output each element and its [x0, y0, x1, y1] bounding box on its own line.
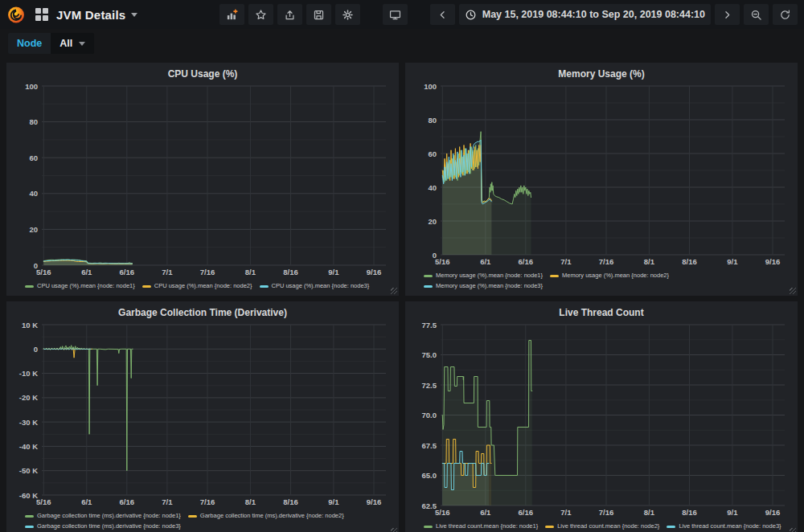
svg-text:20: 20 [428, 217, 437, 226]
legend-item[interactable]: Live thread count.mean {node: node1} [424, 522, 538, 531]
panel-title[interactable]: CPU Usage (%) [14, 66, 391, 81]
grafana-logo-icon[interactable] [6, 5, 26, 24]
svg-text:8/1: 8/1 [644, 257, 655, 266]
legend-item[interactable]: Memory usage (%).mean {node: node3} [424, 281, 543, 291]
svg-text:9/1: 9/1 [727, 257, 738, 266]
svg-text:6/1: 6/1 [81, 268, 92, 276]
panel-title[interactable]: Garbage Collection Time (Derivative) [14, 305, 391, 320]
legend-series-swatch [260, 285, 269, 288]
share-icon [284, 9, 296, 21]
panel-title[interactable]: Live Thread Count [413, 305, 790, 320]
panel-resize-handle[interactable] [790, 288, 796, 294]
legend-series-swatch [545, 526, 554, 528]
chevron-down-icon [131, 13, 137, 17]
cycle-view-button[interactable] [383, 4, 408, 25]
settings-button[interactable] [335, 4, 360, 25]
add-panel-button[interactable] [219, 4, 244, 25]
navbar-actions: May 15, 2019 08:44:10 to Sep 20, 2019 08… [219, 4, 798, 25]
legend-series-swatch [25, 285, 34, 288]
star-button[interactable] [248, 4, 273, 25]
legend-item[interactable]: Memory usage (%).mean {node: node1} [424, 271, 543, 280]
panel-memory-usage: Memory Usage (%) 0204060801005/166/16/16… [405, 63, 798, 296]
panel-title[interactable]: Memory Usage (%) [413, 66, 790, 81]
svg-text:6/16: 6/16 [120, 497, 135, 506]
legend-item[interactable]: CPU usage (%).mean {node: node3} [260, 281, 370, 291]
legend-item[interactable]: Memory usage (%).mean {node: node2} [550, 271, 669, 280]
dashboard-title-dropdown[interactable]: JVM Details [56, 8, 137, 22]
variable-node-dropdown[interactable]: Node All [8, 33, 94, 54]
zoom-out-button[interactable] [744, 4, 769, 25]
time-range-forward-button[interactable] [715, 4, 740, 25]
svg-text:-60 K: -60 K [19, 491, 38, 500]
legend-item[interactable]: CPU usage (%).mean {node: node2} [142, 281, 252, 291]
panel-resize-handle[interactable] [391, 288, 397, 294]
variable-label: Node [8, 33, 51, 54]
svg-text:-50 K: -50 K [19, 466, 38, 475]
svg-text:40: 40 [428, 183, 437, 192]
legend-item[interactable]: Live thread count.mean {node: node3} [667, 522, 781, 531]
svg-text:-30 K: -30 K [19, 418, 38, 427]
monitor-icon [389, 9, 401, 21]
panel-resize-handle[interactable] [790, 528, 796, 532]
svg-text:100: 100 [25, 82, 38, 91]
share-button[interactable] [277, 4, 302, 25]
time-picker-button[interactable]: May 15, 2019 08:44:10 to Sep 20, 2019 08… [459, 4, 711, 25]
svg-text:6/16: 6/16 [120, 268, 135, 276]
panel-resize-handle[interactable] [391, 528, 397, 532]
legend-series-label: CPU usage (%).mean {node: node3} [272, 281, 370, 291]
legend-series-label: CPU usage (%).mean {node: node1} [37, 281, 135, 291]
add-panel-icon [226, 9, 238, 21]
svg-text:9/16: 9/16 [367, 497, 382, 506]
chevron-down-icon [79, 42, 85, 46]
chevron-right-icon [721, 9, 733, 21]
legend-item[interactable]: Garbage collection time (ms).derivative … [188, 511, 344, 521]
svg-text:5/16: 5/16 [435, 508, 450, 517]
svg-text:7/1: 7/1 [162, 268, 173, 276]
legend-item[interactable]: Live thread count.mean {node: node2} [545, 522, 659, 531]
refresh-button[interactable] [773, 4, 798, 25]
svg-text:72.5: 72.5 [422, 381, 437, 390]
cpu-usage-legend: CPU usage (%).mean {node: node1}CPU usag… [14, 279, 391, 292]
svg-text:-10 K: -10 K [19, 369, 38, 378]
svg-text:9/16: 9/16 [367, 268, 382, 276]
svg-text:20: 20 [29, 225, 38, 234]
svg-text:7/16: 7/16 [200, 268, 215, 276]
zoom-out-icon [750, 9, 762, 21]
clock-icon [465, 9, 477, 21]
svg-text:8/16: 8/16 [283, 497, 298, 506]
svg-text:6/1: 6/1 [81, 497, 92, 506]
memory-usage-chart[interactable]: 0204060801005/166/16/167/17/168/18/169/1… [413, 81, 790, 268]
svg-text:8/1: 8/1 [245, 497, 256, 506]
dashboard-submenu: Node All [0, 29, 804, 58]
svg-text:8/16: 8/16 [682, 257, 697, 266]
legend-series-swatch [424, 285, 433, 288]
svg-text:67.5: 67.5 [422, 441, 437, 450]
svg-text:10 K: 10 K [22, 321, 38, 329]
dashboard-grid-icon[interactable] [35, 8, 48, 21]
save-button[interactable] [306, 4, 331, 25]
variable-value[interactable]: All [51, 33, 94, 54]
svg-text:6/16: 6/16 [519, 508, 534, 517]
refresh-icon [779, 9, 791, 21]
time-range-back-button[interactable] [430, 4, 455, 25]
legend-item[interactable]: Garbage collection time (ms).derivative … [25, 522, 181, 531]
panel-cpu-usage: CPU Usage (%) 0204060801005/166/16/167/1… [6, 63, 399, 296]
svg-text:40: 40 [29, 189, 38, 198]
live-thread-count-chart-area: 62.565.067.570.072.575.077.55/166/16/167… [413, 320, 790, 519]
gc-time-chart[interactable]: 10 K0-10 K-20 K-30 K-40 K-50 K-60 K5/166… [14, 320, 391, 509]
svg-text:9/1: 9/1 [328, 497, 339, 506]
star-icon [255, 9, 267, 21]
legend-series-swatch [25, 515, 34, 518]
panel-gc-time: Garbage Collection Time (Derivative) 10 … [6, 301, 399, 532]
legend-item[interactable]: Garbage collection time (ms).derivative … [25, 511, 181, 521]
legend-series-label: Memory usage (%).mean {node: node2} [562, 271, 669, 280]
legend-series-swatch [550, 275, 559, 277]
live-thread-count-chart[interactable]: 62.565.067.570.072.575.077.55/166/16/167… [413, 320, 790, 519]
legend-series-label: Garbage collection time (ms).derivative … [37, 511, 181, 521]
legend-series-label: Live thread count.mean {node: node2} [557, 522, 659, 531]
legend-item[interactable]: CPU usage (%).mean {node: node1} [25, 281, 135, 291]
cpu-usage-chart-area: 0204060801005/166/16/167/17/168/18/169/1… [14, 81, 391, 279]
cpu-usage-chart[interactable]: 0204060801005/166/16/167/17/168/18/169/1… [14, 81, 391, 279]
live-thread-count-legend: Live thread count.mean {node: node1}Live… [413, 519, 790, 532]
legend-series-swatch [667, 526, 675, 528]
